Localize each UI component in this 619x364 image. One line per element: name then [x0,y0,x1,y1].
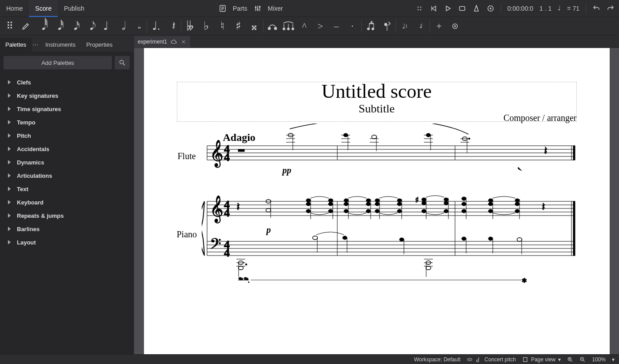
properties-tab[interactable]: Properties [81,38,118,52]
score-staves[interactable]: 𝄞 𝄞 𝄢 4 4 4 4 4 4 [202,124,579,288]
dur-16th[interactable]: 𝅘𝅥𝅯 [66,17,82,36]
palette-item-label: Layout [17,239,36,246]
undo-icon[interactable] [592,4,600,12]
palettes-tab[interactable]: Palettes [0,38,32,52]
zoom-out-button[interactable] [579,356,586,363]
dur-32nd[interactable]: 𝅘𝅥𝅰 [50,17,66,36]
svg-text:𝄞: 𝄞 [210,196,224,224]
palettes-menu-icon[interactable]: ⋯ [32,41,40,52]
add-palettes-button[interactable]: Add Palettes [4,56,112,69]
flip-stem-button[interactable] [379,17,395,36]
expand-triangle-icon [8,200,11,204]
palette-item-text[interactable]: Text [4,182,130,196]
concert-pitch-toggle[interactable]: Concert pitch [467,356,516,363]
acc-dsharp[interactable]: 𝄪 [246,17,262,36]
dur-half[interactable]: 𝅗𝅥 [114,17,130,36]
play-settings-icon[interactable] [487,4,495,12]
svg-line-43 [123,64,125,65]
voice-1-button[interactable]: ♩1 [397,17,413,36]
svg-rect-17 [459,6,465,10]
rest-button[interactable]: 𝄽 [164,17,180,36]
dur-quarter[interactable]: ♩ [98,17,114,36]
page-view-dropdown[interactable]: Page view ▾ [522,356,561,363]
acc-sharp[interactable]: ♯ [230,17,246,36]
palette-item-accidentals[interactable]: Accidentals [4,142,130,156]
dur-8th[interactable]: 𝅘𝅥𝅮 [82,17,98,36]
acc-dflat[interactable]: 𝄫 [182,17,198,36]
palette-item-pitch[interactable]: Pitch [4,129,130,142]
close-tab-icon[interactable] [180,39,187,45]
note-input-pencil-icon[interactable] [18,17,34,36]
aug-dot[interactable]: ♩. [148,17,164,36]
palette-item-label: Accidentals [17,146,49,152]
tab-home[interactable]: Home [0,0,29,17]
svg-point-141 [462,197,466,200]
palette-item-label: Text [17,186,28,192]
flute-label[interactable]: Flute [178,151,196,161]
score-title[interactable]: Untitled score [144,80,610,103]
slur-button[interactable] [280,17,296,36]
score-page[interactable]: Untitled score Subtitle Composer / arran… [144,48,610,354]
artic-accent[interactable]: > [312,17,328,36]
concert-pitch-label: Concert pitch [484,356,516,363]
svg-point-124 [375,199,379,202]
palette-item-repeats-jumps[interactable]: Repeats & jumps [4,209,130,222]
acc-flat[interactable]: ♭ [198,17,214,36]
palette-item-time-signatures[interactable]: Time signatures [4,102,130,116]
artic-staccato[interactable]: · [344,17,360,36]
palette-item-key-signatures[interactable]: Key signatures [4,89,130,102]
tuplet-button[interactable]: 3 [363,17,379,36]
palette-item-articulations[interactable]: Articulations [4,169,130,182]
play-icon[interactable] [444,4,452,12]
mixer-icon[interactable] [254,4,262,12]
dur-whole[interactable]: 𝅝 [130,17,146,36]
bar-beat-display: 1 . 1 [539,5,551,12]
toolbar-settings-icon[interactable] [447,17,463,36]
svg-text:✱: ✱ [522,277,527,284]
svg-point-133 [422,198,426,201]
palette-item-layout[interactable]: Layout [4,236,130,249]
voice-2-button[interactable]: 𝅗𝅥 2 [413,17,429,36]
tab-publish[interactable]: Publish [58,0,91,17]
svg-point-118 [344,209,348,213]
svg-text:𝄽: 𝄽 [542,203,545,210]
svg-text:4: 4 [224,206,230,219]
parts-icon[interactable] [219,4,227,12]
palette-item-clefs[interactable]: Clefs [4,76,130,89]
rewind-icon[interactable] [430,4,438,12]
palette-item-label: Keyboard [17,199,44,206]
grip-icon[interactable] [415,4,423,12]
palette-item-tempo[interactable]: Tempo [4,116,130,129]
artic-tenuto[interactable]: – [328,17,344,36]
tie-button[interactable] [264,17,280,36]
parts-label[interactable]: Parts [233,5,248,12]
zoom-in-button[interactable] [567,356,573,363]
instruments-tab[interactable]: Instruments [40,38,81,52]
expand-triangle-icon [8,107,11,111]
loop-icon[interactable] [458,4,466,12]
workspace-label[interactable]: Workspace: Default [414,356,461,363]
tab-score[interactable]: Score [29,0,58,17]
palette-item-barlines[interactable]: Barlines [4,222,130,236]
toolbar-handle-icon[interactable]: ⠿ [2,17,18,36]
svg-point-143 [462,209,466,213]
score-canvas[interactable]: Untitled score Subtitle Composer / arran… [134,48,619,354]
zoom-level[interactable]: 100% [592,356,606,363]
search-palettes-button[interactable] [115,56,130,69]
svg-point-177 [517,238,522,241]
dur-64th[interactable]: 𝅘𝅥𝅱 [34,17,50,36]
zoom-chevron-icon[interactable]: ▾ [612,356,615,363]
expand-triangle-icon [8,133,11,138]
main-menubar: Home Score Publish Parts Mixer 0:00:00:0… [0,0,619,17]
doc-tab-experiment1[interactable]: experiment1 [134,36,190,48]
redo-icon[interactable] [607,4,615,12]
add-button[interactable]: + [431,17,447,36]
mixer-label[interactable]: Mixer [268,5,283,12]
palette-item-dynamics[interactable]: Dynamics [4,156,130,169]
palette-item-keyboard[interactable]: Keyboard [4,196,130,209]
composer-text[interactable]: Composer / arranger [503,113,576,123]
piano-label[interactable]: Piano [177,229,197,240]
metronome-icon[interactable] [472,4,480,12]
acc-natural[interactable]: ♮ [214,17,230,36]
artic-marcato[interactable]: ^ [296,17,312,36]
